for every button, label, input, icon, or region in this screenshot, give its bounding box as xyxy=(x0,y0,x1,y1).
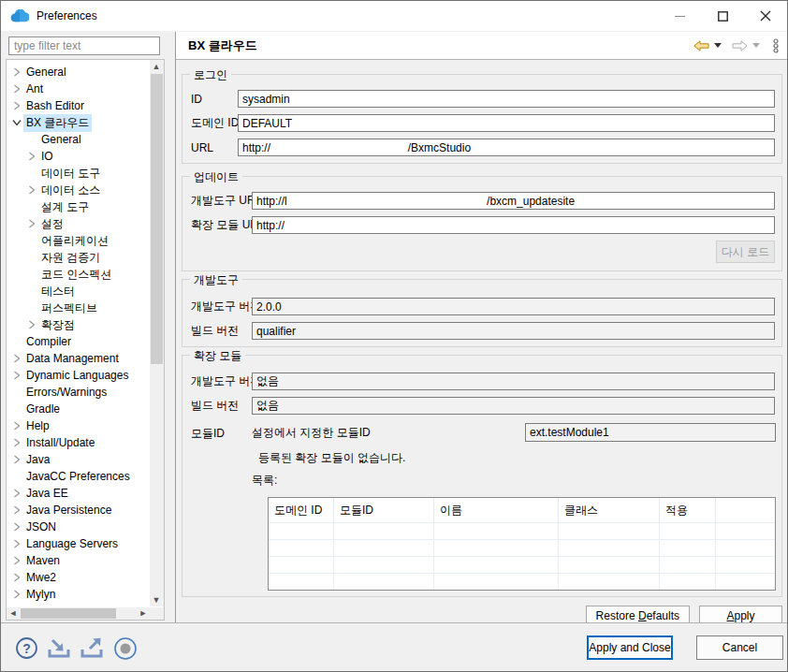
tree-item[interactable]: Compiler xyxy=(7,333,149,350)
tree-item[interactable]: 설계 도구 xyxy=(7,198,149,215)
tree-item[interactable]: Bash Editor xyxy=(7,97,149,114)
chevron-icon[interactable] xyxy=(10,336,23,347)
chevron-icon[interactable] xyxy=(10,66,23,78)
import-button[interactable] xyxy=(47,635,72,661)
tree-item[interactable]: JSON xyxy=(7,519,149,535)
field-input[interactable] xyxy=(252,397,775,415)
back-history-dropdown-icon[interactable] xyxy=(714,43,722,48)
tree-viewport[interactable]: General Ant Bash Editor xyxy=(7,60,149,606)
tree-item[interactable]: Gradle xyxy=(7,401,149,417)
chevron-icon[interactable] xyxy=(10,488,23,499)
chevron-icon[interactable] xyxy=(25,218,38,229)
field-input[interactable] xyxy=(252,298,775,315)
back-arrow-icon[interactable] xyxy=(693,40,709,51)
field-input[interactable] xyxy=(238,90,775,108)
chevron-icon[interactable] xyxy=(25,184,38,196)
chevron-icon[interactable] xyxy=(10,521,23,533)
chevron-icon[interactable] xyxy=(10,353,23,364)
tree-item[interactable]: Mwe2 xyxy=(7,569,149,586)
tree-item[interactable]: 어플리케이션 xyxy=(7,232,149,249)
apply-button[interactable]: Apply xyxy=(699,606,782,622)
chevron-icon[interactable] xyxy=(10,538,23,549)
table-column-header[interactable]: 적용 xyxy=(660,498,716,522)
field-input[interactable] xyxy=(252,192,775,210)
tree-item[interactable]: 자원 검증기 xyxy=(7,249,149,266)
chevron-icon[interactable] xyxy=(10,454,23,465)
tree-item[interactable]: 코드 인스펙션 xyxy=(7,266,149,283)
chevron-icon[interactable] xyxy=(25,252,38,263)
tree-vertical-scrollbar[interactable]: ▲ ▼ xyxy=(150,60,164,606)
table-row[interactable] xyxy=(269,539,775,556)
export-button[interactable] xyxy=(80,635,105,661)
tree-item[interactable]: BX 클라우드 xyxy=(7,114,149,131)
tree-item[interactable]: Mylyn xyxy=(7,586,149,603)
chevron-icon[interactable] xyxy=(25,151,38,162)
chevron-icon[interactable] xyxy=(10,572,23,583)
tree-item[interactable]: 데이터 도구 xyxy=(7,165,149,182)
tree-item[interactable]: IO xyxy=(7,148,149,165)
table-row[interactable] xyxy=(269,522,775,539)
table-row[interactable] xyxy=(269,573,775,590)
tree-item[interactable]: 데이터 소스 xyxy=(7,182,149,198)
chevron-icon[interactable] xyxy=(25,269,38,280)
configured-module-id-input[interactable] xyxy=(525,423,776,442)
close-button[interactable] xyxy=(744,1,787,31)
vertical-scroll-thumb[interactable] xyxy=(151,74,163,364)
tree-item[interactable]: 퍼스펙티브 xyxy=(7,299,149,316)
chevron-icon[interactable] xyxy=(10,100,23,111)
tree-item[interactable]: Help xyxy=(7,417,149,434)
tree-horizontal-scrollbar[interactable]: ◄ ► xyxy=(7,607,150,620)
chevron-icon[interactable] xyxy=(10,387,23,398)
field-input[interactable] xyxy=(252,216,775,234)
chevron-icon[interactable] xyxy=(25,201,38,212)
help-button[interactable]: ? xyxy=(14,635,39,661)
table-column-header[interactable] xyxy=(716,498,775,522)
tree-item[interactable]: 확장점 xyxy=(7,316,149,333)
tree-item[interactable]: Ant xyxy=(7,80,149,97)
chevron-icon[interactable] xyxy=(25,168,38,179)
view-menu-icon[interactable] xyxy=(772,38,780,53)
field-input[interactable] xyxy=(252,322,775,340)
tree-item[interactable]: Java xyxy=(7,451,149,468)
scroll-up-icon[interactable]: ▲ xyxy=(150,60,163,73)
table-column-header[interactable]: 모듈ID xyxy=(334,498,434,522)
table-row[interactable] xyxy=(269,556,775,573)
chevron-icon[interactable] xyxy=(25,319,38,330)
tree-item[interactable]: Data Management xyxy=(7,350,149,367)
tree-item[interactable]: 설정 xyxy=(7,215,149,232)
tree-item[interactable]: General xyxy=(7,131,149,148)
maximize-button[interactable] xyxy=(701,1,744,31)
tree-item[interactable]: Language Servers xyxy=(7,535,149,552)
chevron-icon[interactable] xyxy=(10,437,23,448)
tree-item[interactable]: Maven xyxy=(7,552,149,569)
tree-item[interactable]: Oomph xyxy=(7,603,149,606)
table-column-header[interactable]: 클래스 xyxy=(559,498,660,522)
field-input[interactable] xyxy=(252,373,775,390)
chevron-icon[interactable] xyxy=(10,504,23,516)
tree-item[interactable]: JavaCC Preferences xyxy=(7,468,149,485)
chevron-icon[interactable] xyxy=(10,555,23,566)
chevron-icon[interactable] xyxy=(25,134,38,145)
chevron-icon[interactable] xyxy=(25,302,38,314)
chevron-icon[interactable] xyxy=(10,420,23,431)
chevron-icon[interactable] xyxy=(10,471,23,482)
field-input[interactable] xyxy=(238,139,775,156)
field-input[interactable] xyxy=(238,114,775,132)
tree-item[interactable]: Dynamic Languages xyxy=(7,367,149,384)
forward-arrow-icon[interactable] xyxy=(732,40,748,51)
chevron-icon[interactable] xyxy=(10,117,23,128)
record-button[interactable] xyxy=(112,635,138,661)
tree-item[interactable]: Errors/Warnings xyxy=(7,384,149,401)
chevron-icon[interactable] xyxy=(10,83,23,95)
chevron-icon[interactable] xyxy=(25,235,38,246)
tree-item[interactable]: Install/Update xyxy=(7,434,149,451)
table-column-header[interactable]: 도메인 ID xyxy=(269,498,334,522)
table-column-header[interactable]: 이름 xyxy=(434,498,559,522)
restore-defaults-button[interactable]: Restore Defaults xyxy=(586,606,690,622)
tree-item[interactable]: Java EE xyxy=(7,485,149,502)
chevron-icon[interactable] xyxy=(25,285,38,297)
forward-history-dropdown-icon[interactable] xyxy=(752,43,760,48)
chevron-icon[interactable] xyxy=(10,370,23,381)
tree-item[interactable]: Java Persistence xyxy=(7,502,149,519)
chevron-icon[interactable] xyxy=(10,403,23,415)
